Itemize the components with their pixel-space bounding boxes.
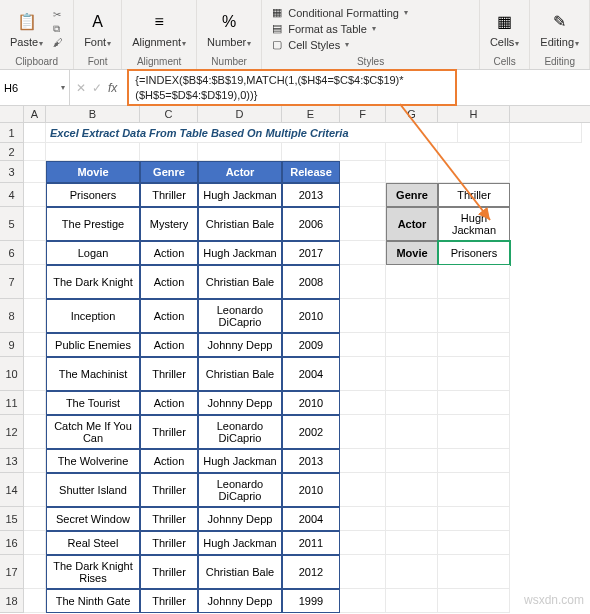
cell[interactable] [340, 531, 386, 555]
alignment-button[interactable]: ≡ Alignment▾ [128, 8, 190, 50]
col-header[interactable]: A [24, 106, 46, 122]
row-header[interactable]: 18 [0, 589, 24, 613]
cell[interactable] [340, 415, 386, 449]
cell[interactable] [438, 161, 510, 183]
format-as-table-button[interactable]: ▤Format as Table▾ [268, 21, 378, 36]
cell[interactable]: Hugh Jackman [198, 449, 282, 473]
row-header[interactable]: 7 [0, 265, 24, 299]
format-painter-icon[interactable]: 🖌 [53, 37, 67, 49]
cell[interactable]: 2004 [282, 357, 340, 391]
cell[interactable]: Prisoners [46, 183, 140, 207]
cell[interactable] [386, 415, 438, 449]
cell[interactable] [24, 241, 46, 265]
cell[interactable]: 2010 [282, 473, 340, 507]
cell[interactable]: Christian Bale [198, 555, 282, 589]
cell[interactable]: The Prestige [46, 207, 140, 241]
cell[interactable] [438, 531, 510, 555]
cell[interactable]: Catch Me If You Can [46, 415, 140, 449]
row-header[interactable]: 11 [0, 391, 24, 415]
cell[interactable]: Secret Window [46, 507, 140, 531]
cell[interactable] [386, 473, 438, 507]
cut-icon[interactable]: ✂ [53, 9, 67, 21]
cell[interactable] [340, 265, 386, 299]
cell[interactable] [386, 531, 438, 555]
col-header[interactable]: B [46, 106, 140, 122]
cell[interactable] [386, 143, 438, 161]
cell[interactable] [438, 391, 510, 415]
cell[interactable] [386, 161, 438, 183]
cell[interactable] [386, 555, 438, 589]
cell[interactable]: Christian Bale [198, 207, 282, 241]
select-all-corner[interactable] [0, 106, 24, 122]
copy-icon[interactable]: ⧉ [53, 23, 67, 35]
chevron-down-icon[interactable]: ▾ [61, 83, 65, 92]
cell[interactable]: Johnny Depp [198, 391, 282, 415]
row-header[interactable]: 8 [0, 299, 24, 333]
cell[interactable]: Thriller [140, 357, 198, 391]
row-header[interactable]: 17 [0, 555, 24, 589]
cell[interactable]: 2013 [282, 183, 340, 207]
cell[interactable] [24, 143, 46, 161]
cell[interactable]: Hugh Jackman [198, 531, 282, 555]
cell[interactable]: The Machinist [46, 357, 140, 391]
col-header[interactable]: H [438, 106, 510, 122]
cell[interactable] [340, 161, 386, 183]
fx-icon[interactable]: fx [108, 81, 117, 95]
cell[interactable]: Action [140, 265, 198, 299]
cell[interactable]: Leonardo DiCaprio [198, 415, 282, 449]
cell[interactable] [386, 449, 438, 473]
cell[interactable] [438, 555, 510, 589]
cell[interactable]: 2009 [282, 333, 340, 357]
cell[interactable]: Johnny Depp [198, 333, 282, 357]
cell[interactable]: Hugh Jackman [198, 183, 282, 207]
row-header[interactable]: 6 [0, 241, 24, 265]
cell[interactable] [340, 333, 386, 357]
cell[interactable] [46, 143, 140, 161]
cell[interactable]: 2004 [282, 507, 340, 531]
cell[interactable] [24, 473, 46, 507]
row-header[interactable]: 4 [0, 183, 24, 207]
cell[interactable] [386, 507, 438, 531]
cell[interactable] [386, 391, 438, 415]
row-header[interactable]: 13 [0, 449, 24, 473]
cell[interactable] [24, 391, 46, 415]
cell[interactable] [438, 415, 510, 449]
cell[interactable] [340, 207, 386, 241]
cell[interactable] [438, 449, 510, 473]
cell[interactable] [24, 265, 46, 299]
cell[interactable]: Genre [140, 161, 198, 183]
cell[interactable]: Thriller [140, 531, 198, 555]
row-header[interactable]: 15 [0, 507, 24, 531]
lookup-actor-value[interactable]: Hugh Jackman [438, 207, 510, 241]
cell[interactable] [438, 299, 510, 333]
cell[interactable] [438, 589, 510, 613]
cell[interactable]: 2012 [282, 555, 340, 589]
number-button[interactable]: % Number▾ [203, 8, 255, 50]
lookup-movie-label[interactable]: Movie [386, 241, 438, 265]
cell[interactable] [386, 265, 438, 299]
cell[interactable] [24, 123, 46, 143]
cell[interactable] [386, 357, 438, 391]
lookup-movie-value[interactable]: Prisoners [438, 241, 510, 265]
cell[interactable] [386, 589, 438, 613]
cell[interactable]: Movie [46, 161, 140, 183]
cell[interactable] [340, 299, 386, 333]
cell[interactable]: Action [140, 241, 198, 265]
lookup-genre-value[interactable]: Thriller [438, 183, 510, 207]
cell[interactable]: 2010 [282, 391, 340, 415]
font-button[interactable]: A Font▾ [80, 8, 115, 50]
cell[interactable] [24, 531, 46, 555]
cell[interactable]: Christian Bale [198, 357, 282, 391]
cell[interactable]: Actor [198, 161, 282, 183]
cell[interactable] [386, 299, 438, 333]
cell[interactable]: The Dark Knight [46, 265, 140, 299]
cell[interactable] [438, 473, 510, 507]
cell[interactable]: Johnny Depp [198, 507, 282, 531]
cell[interactable]: Thriller [140, 555, 198, 589]
cell[interactable]: Real Steel [46, 531, 140, 555]
cell[interactable] [198, 143, 282, 161]
cell[interactable]: Action [140, 333, 198, 357]
cell[interactable]: Thriller [140, 183, 198, 207]
editing-button[interactable]: ✎ Editing▾ [536, 8, 583, 50]
name-box[interactable]: ▾ [0, 70, 70, 105]
